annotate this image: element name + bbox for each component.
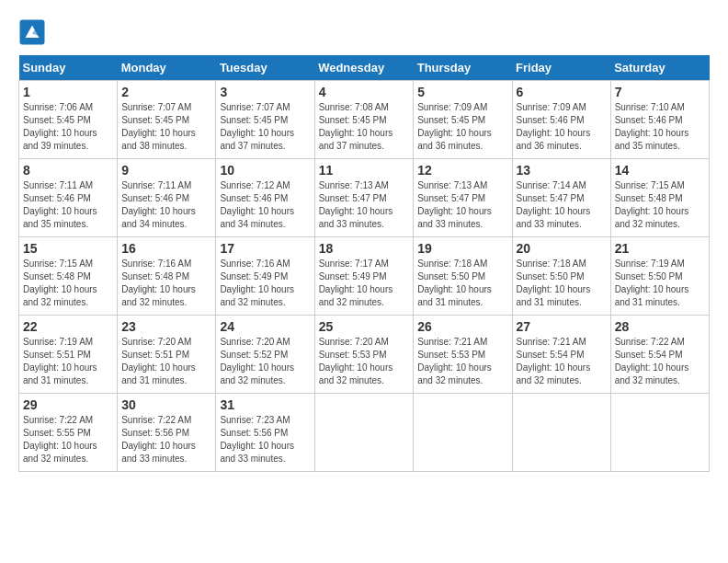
week-row-5: 29Sunrise: 7:22 AMSunset: 5:55 PMDayligh… [19,394,710,472]
page-header [18,18,710,46]
logo-icon [18,18,46,46]
day-info: Sunrise: 7:18 AMSunset: 5:50 PMDaylight:… [417,258,507,309]
calendar-cell: 11Sunrise: 7:13 AMSunset: 5:47 PMDayligh… [314,159,414,237]
day-number: 29 [23,397,113,412]
calendar-cell: 25Sunrise: 7:20 AMSunset: 5:53 PMDayligh… [314,316,414,394]
calendar-cell: 13Sunrise: 7:14 AMSunset: 5:47 PMDayligh… [512,159,610,237]
calendar-cell: 23Sunrise: 7:20 AMSunset: 5:51 PMDayligh… [118,316,216,394]
day-info: Sunrise: 7:18 AMSunset: 5:50 PMDaylight:… [517,258,607,309]
day-number: 23 [121,319,211,334]
calendar-header-row: SundayMondayTuesdayWednesdayThursdayFrid… [19,55,710,81]
day-info: Sunrise: 7:22 AMSunset: 5:55 PMDaylight:… [23,414,113,465]
day-number: 9 [121,163,211,178]
calendar-table: SundayMondayTuesdayWednesdayThursdayFrid… [18,55,710,472]
calendar-cell: 16Sunrise: 7:16 AMSunset: 5:48 PMDayligh… [118,237,216,316]
logo [18,18,50,46]
calendar-cell: 19Sunrise: 7:18 AMSunset: 5:50 PMDayligh… [414,237,512,316]
day-info: Sunrise: 7:20 AMSunset: 5:51 PMDaylight:… [121,336,211,387]
day-number: 24 [220,319,310,334]
calendar-cell: 15Sunrise: 7:15 AMSunset: 5:48 PMDayligh… [19,237,118,316]
calendar-cell: 30Sunrise: 7:22 AMSunset: 5:56 PMDayligh… [118,394,216,472]
calendar-cell: 29Sunrise: 7:22 AMSunset: 5:55 PMDayligh… [19,394,118,472]
calendar-cell: 1Sunrise: 7:06 AMSunset: 5:45 PMDaylight… [19,81,118,159]
day-info: Sunrise: 7:20 AMSunset: 5:52 PMDaylight:… [220,336,310,387]
calendar-cell: 28Sunrise: 7:22 AMSunset: 5:54 PMDayligh… [610,316,709,394]
day-number: 6 [517,85,607,99]
calendar-cell: 3Sunrise: 7:07 AMSunset: 5:45 PMDaylight… [216,81,314,159]
week-row-2: 8Sunrise: 7:11 AMSunset: 5:46 PMDaylight… [19,159,710,237]
calendar-cell: 2Sunrise: 7:07 AMSunset: 5:45 PMDaylight… [118,81,216,159]
day-number: 25 [319,319,410,334]
day-info: Sunrise: 7:15 AMSunset: 5:48 PMDaylight:… [615,179,705,231]
day-info: Sunrise: 7:09 AMSunset: 5:46 PMDaylight:… [517,101,607,153]
header-tuesday: Tuesday [216,55,314,81]
calendar-cell: 9Sunrise: 7:11 AMSunset: 5:46 PMDaylight… [118,159,216,237]
day-info: Sunrise: 7:22 AMSunset: 5:54 PMDaylight:… [615,336,705,387]
day-info: Sunrise: 7:11 AMSunset: 5:46 PMDaylight:… [23,179,113,231]
day-info: Sunrise: 7:12 AMSunset: 5:46 PMDaylight:… [220,179,310,231]
day-number: 20 [517,241,607,256]
header-wednesday: Wednesday [314,55,414,81]
week-row-4: 22Sunrise: 7:19 AMSunset: 5:51 PMDayligh… [19,316,710,394]
day-number: 7 [615,85,705,99]
calendar-cell [610,394,709,472]
header-friday: Friday [512,55,610,81]
day-number: 8 [23,163,113,178]
calendar-cell: 22Sunrise: 7:19 AMSunset: 5:51 PMDayligh… [19,316,118,394]
day-info: Sunrise: 7:17 AMSunset: 5:49 PMDaylight:… [319,258,410,309]
day-number: 15 [23,241,113,256]
day-number: 30 [121,397,211,412]
day-number: 5 [417,85,507,99]
day-number: 10 [220,163,310,178]
day-number: 28 [615,319,705,334]
calendar-cell: 10Sunrise: 7:12 AMSunset: 5:46 PMDayligh… [216,159,314,237]
calendar-cell: 12Sunrise: 7:13 AMSunset: 5:47 PMDayligh… [414,159,512,237]
day-number: 27 [517,319,607,334]
calendar-cell: 26Sunrise: 7:21 AMSunset: 5:53 PMDayligh… [414,316,512,394]
day-number: 2 [121,85,211,99]
day-number: 26 [417,319,507,334]
calendar-cell: 27Sunrise: 7:21 AMSunset: 5:54 PMDayligh… [512,316,610,394]
calendar-cell [414,394,512,472]
day-number: 4 [319,85,410,99]
day-info: Sunrise: 7:13 AMSunset: 5:47 PMDaylight:… [417,179,507,231]
day-number: 12 [417,163,507,178]
day-info: Sunrise: 7:19 AMSunset: 5:51 PMDaylight:… [23,336,113,387]
day-number: 1 [23,85,113,99]
day-info: Sunrise: 7:06 AMSunset: 5:45 PMDaylight:… [23,101,113,153]
calendar-cell: 21Sunrise: 7:19 AMSunset: 5:50 PMDayligh… [610,237,709,316]
day-info: Sunrise: 7:08 AMSunset: 5:45 PMDaylight:… [319,101,410,153]
header-saturday: Saturday [610,55,709,81]
day-info: Sunrise: 7:16 AMSunset: 5:49 PMDaylight:… [220,258,310,309]
day-info: Sunrise: 7:15 AMSunset: 5:48 PMDaylight:… [23,258,113,309]
day-number: 21 [615,241,705,256]
day-info: Sunrise: 7:22 AMSunset: 5:56 PMDaylight:… [121,414,211,465]
day-info: Sunrise: 7:10 AMSunset: 5:46 PMDaylight:… [615,101,705,153]
day-info: Sunrise: 7:14 AMSunset: 5:47 PMDaylight:… [517,179,607,231]
day-info: Sunrise: 7:07 AMSunset: 5:45 PMDaylight:… [121,101,211,153]
calendar-cell: 24Sunrise: 7:20 AMSunset: 5:52 PMDayligh… [216,316,314,394]
day-number: 18 [319,241,410,256]
day-info: Sunrise: 7:21 AMSunset: 5:54 PMDaylight:… [517,336,607,387]
day-number: 17 [220,241,310,256]
day-info: Sunrise: 7:07 AMSunset: 5:45 PMDaylight:… [220,101,310,153]
calendar-cell: 8Sunrise: 7:11 AMSunset: 5:46 PMDaylight… [19,159,118,237]
header-monday: Monday [118,55,216,81]
week-row-3: 15Sunrise: 7:15 AMSunset: 5:48 PMDayligh… [19,237,710,316]
day-info: Sunrise: 7:16 AMSunset: 5:48 PMDaylight:… [121,258,211,309]
calendar-cell [314,394,414,472]
calendar-cell: 6Sunrise: 7:09 AMSunset: 5:46 PMDaylight… [512,81,610,159]
day-number: 22 [23,319,113,334]
calendar-cell: 5Sunrise: 7:09 AMSunset: 5:45 PMDaylight… [414,81,512,159]
day-number: 14 [615,163,705,178]
header-thursday: Thursday [414,55,512,81]
day-info: Sunrise: 7:13 AMSunset: 5:47 PMDaylight:… [319,179,410,231]
calendar-cell: 18Sunrise: 7:17 AMSunset: 5:49 PMDayligh… [314,237,414,316]
day-number: 19 [417,241,507,256]
day-number: 13 [517,163,607,178]
calendar-cell: 14Sunrise: 7:15 AMSunset: 5:48 PMDayligh… [610,159,709,237]
day-info: Sunrise: 7:21 AMSunset: 5:53 PMDaylight:… [417,336,507,387]
day-info: Sunrise: 7:11 AMSunset: 5:46 PMDaylight:… [121,179,211,231]
day-number: 16 [121,241,211,256]
day-info: Sunrise: 7:19 AMSunset: 5:50 PMDaylight:… [615,258,705,309]
